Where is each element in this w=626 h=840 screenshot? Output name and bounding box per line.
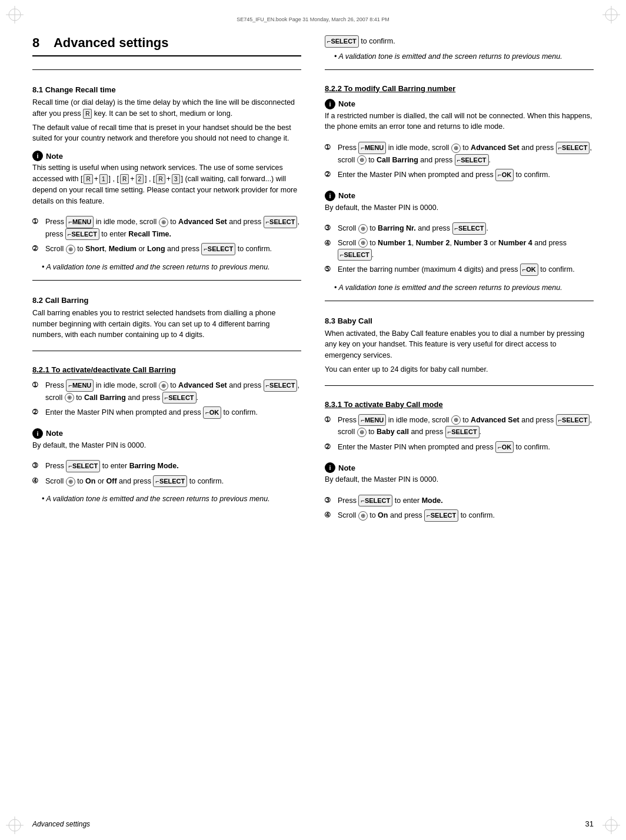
btn-select: ⌐SELECT	[556, 414, 590, 426]
s8-1-body2: The default value of recall time that is…	[32, 122, 301, 145]
s8-2-1-step-1: ➀ Press ⌐MENU in idle mode, scroll ⊕ to …	[32, 379, 301, 404]
btn-select2: ⌐SELECT	[65, 228, 99, 241]
note-text: By default, the Master PIN is 0000.	[325, 202, 594, 214]
key-r3: R	[156, 174, 165, 184]
s8-2-1-note: i Note By default, the Master PIN is 000…	[32, 428, 301, 454]
chapter-number: 8	[32, 35, 39, 50]
s8-2-2-bullet: • A validation tone is emitted and the s…	[325, 284, 594, 292]
btn-menu: ⌐MENU	[358, 142, 386, 154]
chapter-heading: 8 Advanced settings	[32, 35, 301, 56]
key-combo-2: [R + 2]	[116, 174, 146, 185]
divider-r2	[325, 301, 594, 301]
step-num: ➃	[325, 238, 334, 248]
note-label: i Note	[32, 428, 301, 439]
s8-2-2-steps2: ➂ Scroll ⊕ to Barring Nr. and press ⌐SEL…	[325, 222, 594, 278]
divider-r3	[325, 385, 594, 386]
note-label: i Note	[325, 191, 594, 201]
note-text: By default, the Master PIN is 0000.	[325, 474, 594, 485]
step-text: Press ⌐SELECT to enter Barring Mode.	[45, 460, 179, 472]
s8-2-2-step-1: ➀ Press ⌐MENU in idle mode, scroll ⊕ to …	[325, 142, 594, 166]
step-num: ➀	[325, 142, 334, 152]
s8-2-1-steps: ➀ Press ⌐MENU in idle mode, scroll ⊕ to …	[32, 379, 301, 422]
note-label: i Note	[325, 99, 594, 109]
btn-select: ⌐SELECT	[358, 495, 392, 507]
scroll-icon: ⊕	[451, 144, 461, 153]
s8-2-1-step-4: ➃ Scroll ⊕ to On or Off and press ⌐SELEC…	[32, 475, 301, 488]
step-num: ➀	[32, 379, 42, 390]
s8-3-1-steps: ➀ Press ⌐MENU in idle mode, scroll ⊕ to …	[325, 414, 594, 456]
btn-select: ⌐SELECT	[162, 392, 197, 404]
s8-1-steps: ➀ Press ⌐MENU in idle mode, scroll ⊕ to …	[32, 216, 301, 258]
s8-2-body: Call barring enables you to restrict sel…	[32, 308, 301, 341]
step-text: Press ⌐SELECT to enter Mode.	[338, 495, 443, 507]
step-text: Enter the Master PIN when prompted and p…	[45, 406, 258, 419]
scroll-icon: ⊕	[358, 238, 368, 248]
btn-ok: ⌐OK	[495, 441, 514, 454]
step-num: ➁	[325, 441, 334, 452]
s8-2-1-step-2: ➁ Enter the Master PIN when prompted and…	[32, 406, 301, 419]
scroll-icon: ⊕	[159, 218, 168, 227]
footer-left: Advanced settings	[32, 820, 90, 828]
btn-select: ⌐SELECT	[556, 142, 590, 154]
divider-2	[32, 351, 301, 351]
btn-select: ⌐SELECT	[153, 475, 187, 488]
step-text: Scroll ⊕ to On or Off and press ⌐SELECT …	[45, 475, 224, 488]
s8-2-2-step-5: ➄ Enter the barring number (maximum 4 di…	[325, 264, 594, 276]
btn-select: ⌐SELECT	[66, 460, 100, 472]
s8-1-note-label: i Note	[32, 151, 301, 161]
key-2: 2	[136, 174, 144, 184]
step-num: ➀	[32, 216, 42, 226]
btn-select: ⌐SELECT	[424, 509, 458, 522]
step-text: Scroll ⊕ to Number 1, Number 2, Number 3…	[338, 238, 594, 261]
s8-2-2-steps: ➀ Press ⌐MENU in idle mode, scroll ⊕ to …	[325, 142, 594, 184]
s8-3-body1: When activated, the Baby Call feature en…	[325, 328, 594, 361]
step-text: Scroll ⊕ to On and press ⌐SELECT to conf…	[338, 509, 495, 522]
s8-3-1-step-4: ➃ Scroll ⊕ to On and press ⌐SELECT to co…	[325, 509, 594, 522]
note-icon: i	[325, 99, 335, 109]
s8-3-1-note: i Note By default, the Master PIN is 000…	[325, 462, 594, 488]
scroll-icon: ⊕	[358, 224, 368, 234]
btn-ok: ⌐OK	[203, 406, 221, 419]
reg-mark-br	[602, 816, 620, 834]
section-8-2-1-heading: 8.2.1 To activate/deactivate Call Barrin…	[32, 365, 301, 374]
section-8-2-2-heading: 8.2.2 To modify Call Barring number	[325, 84, 594, 93]
s8-2-2-step-3: ➂ Scroll ⊕ to Barring Nr. and press ⌐SEL…	[325, 222, 594, 235]
divider-1	[32, 280, 301, 281]
step-text: Enter the barring number (maximum 4 digi…	[338, 264, 575, 276]
note-text: If a restricted number is dialled, the c…	[325, 111, 594, 133]
page-number: 31	[585, 819, 594, 828]
note-label: i Note	[325, 462, 594, 473]
s8-2-2-note2: i Note By default, the Master PIN is 000…	[325, 191, 594, 216]
s8-2-1-bullet: • A validation tone is emitted and the s…	[32, 495, 301, 503]
section-8-2-heading: 8.2 Call Barring	[32, 296, 301, 305]
btn-select: ⌐SELECT	[452, 222, 487, 235]
s8-1-body1: Recall time (or dial delay) is the time …	[32, 97, 301, 119]
s8-1-step-1: ➀ Press ⌐MENU in idle mode, scroll ⊕ to …	[32, 216, 301, 240]
step-num: ➂	[325, 222, 334, 233]
step-num: ➃	[32, 475, 42, 486]
step-text: Enter the Master PIN when prompted and p…	[338, 169, 550, 181]
note-text: By default, the Master PIN is 0000.	[32, 440, 301, 451]
s8-2-1-steps2: ➂ Press ⌐SELECT to enter Barring Mode. ➃…	[32, 460, 301, 490]
s8-1-step-2: ➁ Scroll ⊕ to Short, Medium or Long and …	[32, 243, 301, 255]
s8-1-note: i Note This setting is useful when using…	[32, 151, 301, 209]
step-num: ➂	[32, 460, 42, 471]
note-icon: i	[325, 191, 335, 201]
step-text: Press ⌐MENU in idle mode, scroll ⊕ to Ad…	[45, 379, 301, 404]
s8-1-note-text: This setting is useful when using networ…	[32, 162, 301, 206]
section-8-1-heading: 8.1 Change Recall time	[32, 85, 301, 94]
btn-ok: ⌐OK	[520, 264, 538, 276]
page-header: SE745_IFU_EN.book Page 31 Monday, March …	[237, 16, 389, 22]
step-num: ➁	[32, 406, 42, 417]
btn-menu: ⌐MENU	[66, 216, 94, 228]
step-num: ➁	[32, 243, 42, 254]
step-num: ➂	[325, 495, 334, 505]
step-num: ➄	[325, 264, 334, 274]
note-icon: i	[32, 428, 43, 439]
section-8-3-heading: 8.3 Baby Call	[325, 316, 594, 325]
key-r: R	[84, 174, 92, 184]
left-column: 8 Advanced settings 8.1 Change Recall ti…	[32, 35, 301, 811]
s8-3-1-step-1: ➀ Press ⌐MENU in idle mode, scroll ⊕ to …	[325, 414, 594, 438]
scroll-icon: ⊕	[451, 415, 461, 425]
reg-mark-tl	[6, 6, 24, 24]
